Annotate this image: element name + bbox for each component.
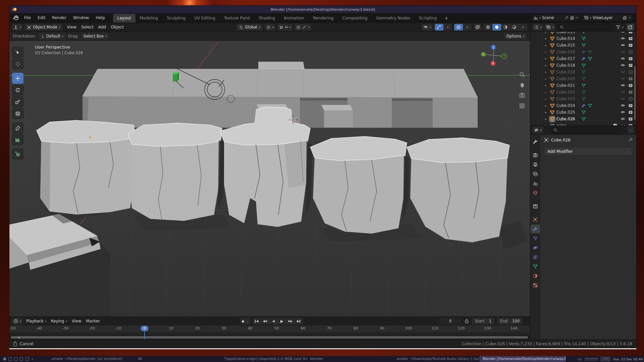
- timeline-menu-playback[interactable]: Playback▾: [24, 318, 49, 324]
- object-name[interactable]: Cube.021: [556, 83, 581, 88]
- disclosure-icon[interactable]: ▸: [545, 104, 550, 107]
- play-button[interactable]: ▶: [278, 318, 286, 324]
- clock[interactable]: Sun, 22 Dec 02:44: [613, 357, 643, 361]
- outliner-row-cube.022[interactable]: ▸Cube.022: [530, 89, 636, 96]
- viewport-menu-select[interactable]: Select: [79, 25, 96, 29]
- object-name[interactable]: Cube.023: [556, 97, 581, 101]
- object-name[interactable]: Cube.014: [556, 36, 581, 41]
- properties-tab-scene[interactable]: [531, 179, 540, 188]
- tab-compositing[interactable]: Compositing: [338, 14, 372, 22]
- outliner-search-input[interactable]: [557, 24, 613, 31]
- pivot-dropdown[interactable]: ▾: [265, 24, 275, 31]
- properties-tab-data[interactable]: [531, 262, 540, 271]
- xray-toggle[interactable]: [474, 24, 482, 31]
- disclosure-icon[interactable]: ▸: [545, 64, 550, 67]
- options-dropdown[interactable]: Options ▾: [504, 33, 527, 40]
- tab-scripting[interactable]: Scripting: [415, 14, 441, 22]
- shading-solid-button[interactable]: [492, 24, 501, 31]
- disclosure-icon[interactable]: ▾: [545, 124, 550, 125]
- menu-window[interactable]: Window: [70, 13, 92, 22]
- shading-rendered-button[interactable]: [510, 24, 519, 31]
- blender-menu-logo-icon[interactable]: [13, 15, 19, 21]
- gizmos-toggle[interactable]: [435, 24, 443, 31]
- outliner-row-cube.018[interactable]: ▸Cube.018: [530, 62, 636, 69]
- title-bar[interactable]: Blender [/home/amalie/Desktop/blender/ru…: [9, 6, 636, 13]
- properties-tab-material[interactable]: [531, 272, 540, 280]
- outliner-row-cube.021[interactable]: ▸Cube.021: [530, 82, 636, 89]
- disclosure-icon[interactable]: ▸: [545, 57, 550, 60]
- tab-uv-editing[interactable]: UV Editing: [190, 14, 220, 22]
- object-name[interactable]: Cube.019: [556, 70, 581, 74]
- object-name[interactable]: Cube.013: [556, 32, 581, 34]
- disclosure-icon[interactable]: ▸: [545, 84, 550, 87]
- outliner-row-extra[interactable]: ▾extra: [530, 122, 636, 125]
- viewport-menu-add[interactable]: Add: [96, 25, 108, 29]
- pan-hand-icon[interactable]: [519, 82, 525, 88]
- shading-wireframe-button[interactable]: [484, 24, 492, 31]
- disclosure-icon[interactable]: ▸: [545, 90, 550, 94]
- object-name[interactable]: Cube.016: [556, 50, 581, 54]
- viewport-3d-scene[interactable]: [9, 41, 530, 316]
- mode-dropdown[interactable]: Object Mode ▾: [24, 24, 62, 31]
- current-frame-indicator[interactable]: 0: [141, 326, 149, 331]
- menu-edit[interactable]: Edit: [34, 13, 49, 22]
- menu-render[interactable]: Render: [49, 13, 70, 22]
- outliner-row-cube.019[interactable]: ▸Cube.019: [530, 69, 636, 75]
- object-name[interactable]: Cube.018: [556, 63, 581, 68]
- overlays-dropdown[interactable]: ▾: [463, 24, 472, 31]
- object-name[interactable]: Cube.015: [556, 43, 581, 48]
- disclosure-icon[interactable]: ▸: [545, 50, 550, 54]
- gizmos-dropdown[interactable]: ▾: [443, 24, 452, 31]
- window-icon[interactable]: [8, 357, 12, 361]
- tab-sculpting[interactable]: Sculpting: [162, 14, 190, 22]
- properties-tab-texture[interactable]: [531, 281, 540, 290]
- object-name[interactable]: Cube.025: [556, 110, 581, 115]
- grid-ortho-icon[interactable]: [519, 103, 525, 109]
- properties-tab-world[interactable]: [531, 188, 540, 197]
- timeline-menu-keying[interactable]: Keying▾: [49, 318, 69, 324]
- window-icon[interactable]: [20, 357, 23, 361]
- gizmo-y-neg-ball[interactable]: [481, 52, 486, 57]
- taskbar-item[interactable]: amalie ~/Downloads/Youtube Audio Library…: [393, 356, 480, 362]
- object-name[interactable]: extra: [556, 123, 581, 125]
- shading-dropdown[interactable]: ▾: [519, 24, 527, 31]
- viewport-menu-view[interactable]: View: [64, 25, 78, 29]
- outliner-row-cube.025[interactable]: ▸Cube.025: [530, 109, 636, 116]
- properties-tab-constraints[interactable]: [531, 253, 540, 261]
- playhead[interactable]: [144, 331, 145, 339]
- copy-icon[interactable]: [570, 16, 574, 20]
- properties-tab-output[interactable]: [531, 160, 540, 169]
- outliner-row-cube.015[interactable]: ▸Cube.015: [530, 42, 636, 49]
- outliner-scrollbar[interactable]: [634, 66, 636, 120]
- tool-transform-button[interactable]: [12, 108, 23, 119]
- prev-keyframe-button[interactable]: ◀◆: [261, 318, 269, 324]
- camera-view-icon[interactable]: [519, 92, 525, 99]
- viewlayer-selector[interactable]: ▾ ViewLayer ✕: [582, 14, 633, 21]
- disclosure-icon[interactable]: ▸: [545, 37, 550, 40]
- disclosure-icon[interactable]: ▸: [545, 32, 550, 34]
- snap-dropdown[interactable]: ▾: [277, 24, 292, 31]
- green-cube-object[interactable]: [173, 72, 179, 81]
- disclosure-icon[interactable]: ▸: [545, 111, 550, 114]
- outliner-row-cube.026[interactable]: ▸Cube.026: [530, 116, 636, 122]
- outliner-row-cube.024[interactable]: ▸Cube.024: [530, 102, 636, 109]
- tab-animation[interactable]: Animation: [279, 14, 309, 22]
- next-keyframe-button[interactable]: ◆▶: [286, 318, 294, 324]
- workspace-icon[interactable]: [3, 358, 6, 360]
- start-frame-field[interactable]: Start 1: [472, 318, 494, 324]
- properties-tab-render[interactable]: [531, 151, 540, 160]
- timeline-menu-view[interactable]: View: [69, 319, 84, 323]
- tab-shading[interactable]: Shading: [254, 14, 279, 22]
- properties-tab-view-layer[interactable]: [531, 170, 540, 178]
- add-modifier-dropdown[interactable]: Add Modifier ⌄: [544, 147, 633, 156]
- menu-help[interactable]: Help: [92, 13, 108, 22]
- taskbar-item[interactable]: blender: [307, 356, 393, 362]
- cancel-action[interactable]: Cancel: [13, 342, 34, 347]
- outliner-row-cube.017[interactable]: ▸Cube.017: [530, 55, 636, 62]
- object-name[interactable]: Cube.026: [556, 117, 581, 121]
- tool-annotate-button[interactable]: [12, 122, 23, 133]
- orientation-dropdown[interactable]: Global ▾: [236, 24, 263, 31]
- zoom-icon[interactable]: [519, 71, 525, 78]
- tab-layout[interactable]: Layout: [113, 14, 136, 22]
- close-icon[interactable]: ✕: [576, 16, 578, 19]
